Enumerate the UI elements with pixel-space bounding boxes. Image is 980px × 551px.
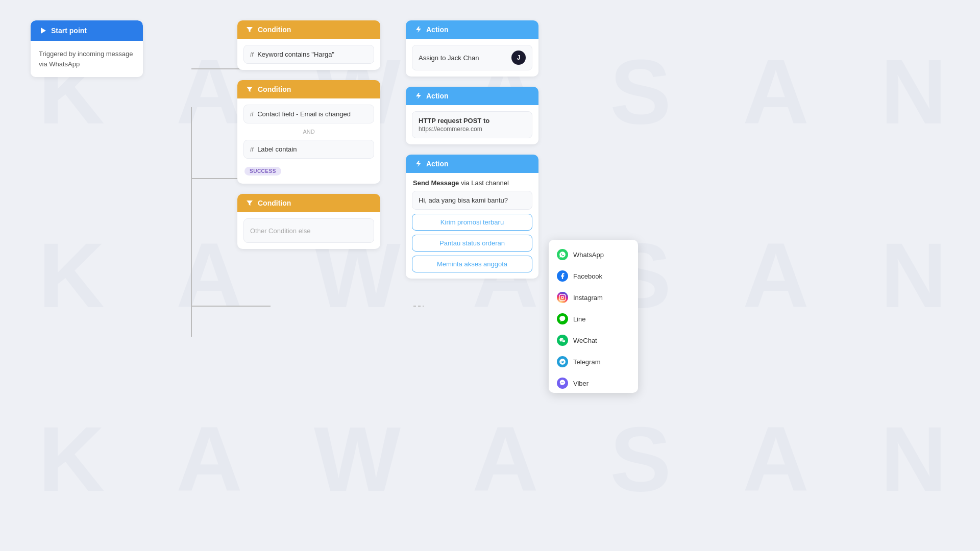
channel-item-wechat[interactable]: WeChat (549, 330, 638, 351)
quick-reply-3[interactable]: Meminta akses anggota (412, 256, 532, 272)
facebook-icon (557, 270, 568, 282)
condition-1-item-1: if Keyword contains "Harga" (243, 45, 374, 64)
http-item: HTTP request POST to https://ecommerce.c… (412, 111, 532, 138)
channel-item-telegram[interactable]: Telegram (549, 351, 638, 372)
channel-dropdown[interactable]: WhatsApp Facebook Instag (549, 240, 638, 393)
start-point-description: Triggered by incoming message via WhatsA… (39, 50, 133, 68)
filter-icon-2 (246, 85, 254, 93)
action-block-2[interactable]: Action HTTP request POST to https://ecom… (406, 87, 538, 144)
channel-item-viber[interactable]: Viber (549, 372, 638, 393)
http-url: https://ecommerce.com (419, 126, 526, 133)
svg-point-9 (561, 296, 564, 299)
filter-icon-1 (246, 26, 254, 34)
assign-text: Assign to Jack Chan (419, 54, 479, 62)
action-1-item: Assign to Jack Chan J (412, 45, 532, 70)
whatsapp-label: WhatsApp (573, 251, 604, 259)
condition-2-item-1: if Contact field - Email is changed (243, 105, 374, 123)
condition-3-placeholder: Other Condition else (250, 227, 311, 235)
http-method: HTTP request POST to (419, 117, 526, 124)
send-message-text: Hi, ada yang bisa kami bantu? (412, 191, 532, 210)
action-3-label: Action (426, 160, 449, 168)
start-point-card[interactable]: Start point Triggered by incoming messag… (31, 20, 143, 77)
svg-marker-0 (41, 28, 46, 34)
condition-block-3[interactable]: Condition Other Condition else (237, 194, 380, 249)
condition-block-1[interactable]: Condition if Keyword contains "Harga" (237, 20, 380, 70)
condition-1-text: Keyword contains "Harga" (257, 51, 334, 58)
action-1-label: Action (426, 26, 449, 34)
action-3-body: Send Message via Last channel Hi, ada ya… (406, 173, 538, 279)
conditions-column: Condition if Keyword contains "Harga" (237, 20, 380, 249)
svg-point-10 (564, 295, 565, 296)
viber-icon (557, 378, 568, 389)
success-badge: SUCCESS (244, 167, 281, 176)
action-3-header: Action (406, 155, 538, 173)
action-2-body: HTTP request POST to https://ecommerce.c… (406, 105, 538, 144)
flow-canvas: Start point Triggered by incoming messag… (0, 0, 980, 551)
action-1-body: Assign to Jack Chan J (406, 39, 538, 77)
start-point-label: Start point (51, 27, 87, 35)
action-2-header: Action (406, 87, 538, 105)
quick-reply-1[interactable]: Kirim promosi terbaru (412, 214, 532, 231)
avatar-initial: J (517, 54, 521, 61)
badge-container: SUCCESS (243, 163, 374, 178)
channel-item-instagram[interactable]: Instagram (549, 287, 638, 308)
telegram-label: Telegram (573, 358, 600, 366)
condition-2-item-2: if Label contain (243, 140, 374, 159)
condition-1-body: if Keyword contains "Harga" (237, 39, 380, 70)
channel-item-whatsapp[interactable]: WhatsApp (549, 244, 638, 265)
condition-2-header: Condition (237, 80, 380, 98)
start-point-header: Start point (31, 20, 143, 41)
action-block-1[interactable]: Action Assign to Jack Chan J (406, 20, 538, 77)
instagram-label: Instagram (573, 294, 603, 302)
instagram-icon (557, 292, 568, 303)
wechat-label: WeChat (573, 337, 597, 344)
action-block-3[interactable]: Action Send Message via Last channel Hi,… (406, 155, 538, 279)
whatsapp-icon (557, 249, 568, 260)
start-point-body: Triggered by incoming message via WhatsA… (31, 41, 143, 77)
action-1-header: Action (406, 20, 538, 39)
bolt-icon-2 (414, 92, 422, 100)
bolt-icon-1 (414, 26, 422, 34)
condition-1-header: Condition (237, 20, 380, 39)
line-icon (557, 313, 568, 324)
if-label-2a: if (250, 110, 255, 118)
condition-1-label: Condition (258, 26, 291, 34)
avatar-jack: J (511, 51, 526, 65)
viber-label: Viber (573, 380, 589, 387)
condition-2-text-1: Contact field - Email is changed (257, 110, 351, 118)
channel-list: WhatsApp Facebook Instag (549, 240, 638, 393)
channel-item-facebook[interactable]: Facebook (549, 265, 638, 287)
play-icon (39, 27, 47, 35)
condition-2-text-2: Label contain (257, 145, 297, 153)
facebook-label: Facebook (573, 272, 602, 280)
bolt-icon-3 (414, 160, 422, 168)
condition-2-label: Condition (258, 85, 291, 93)
condition-2-body: if Contact field - Email is changed AND … (237, 98, 380, 184)
send-message-bold: Send Message (413, 179, 459, 187)
actions-column: Action Assign to Jack Chan J (406, 20, 538, 279)
send-message-via: via Last channel (461, 179, 509, 187)
svg-rect-8 (559, 294, 566, 300)
filter-icon-3 (246, 199, 254, 207)
send-action-title: Send Message via Last channel (412, 179, 532, 187)
flow-layout: Start point Triggered by incoming messag… (31, 20, 949, 279)
line-label: Line (573, 315, 586, 323)
quick-reply-2[interactable]: Pantau status orderan (412, 235, 532, 252)
if-label-2b: if (250, 145, 255, 153)
if-label-1: if (250, 51, 254, 58)
start-point-column: Start point Triggered by incoming messag… (31, 20, 143, 77)
condition-3-body: Other Condition else (237, 212, 380, 249)
wechat-icon (557, 335, 568, 346)
and-divider: AND (243, 128, 374, 136)
telegram-icon (557, 356, 568, 367)
condition-3-header: Condition (237, 194, 380, 212)
condition-3-item: Other Condition else (243, 218, 374, 243)
condition-3-label: Condition (258, 199, 291, 207)
channel-item-line[interactable]: Line (549, 308, 638, 330)
condition-block-2[interactable]: Condition if Contact field - Email is ch… (237, 80, 380, 184)
action-2-label: Action (426, 92, 449, 100)
